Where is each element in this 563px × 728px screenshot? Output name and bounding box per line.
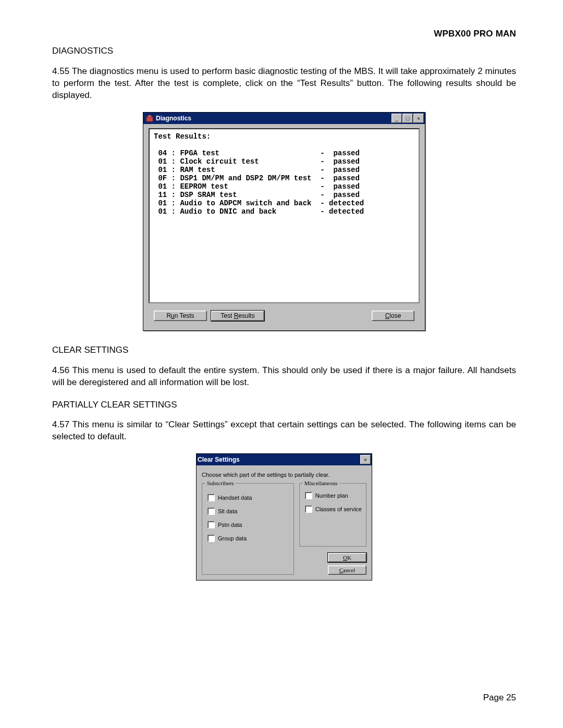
group-data-label: Group data bbox=[218, 535, 247, 541]
clear-settings-paragraph: 4.56 This menu is used to default the en… bbox=[52, 365, 516, 389]
page-number: Page 25 bbox=[483, 692, 516, 704]
maximize-button[interactable]: □ bbox=[402, 114, 413, 123]
cs-close-window-button[interactable]: × bbox=[360, 455, 371, 464]
svg-marker-1 bbox=[146, 115, 153, 117]
ok-button[interactable]: OK bbox=[328, 553, 366, 562]
pstn-data-label: Pstn data bbox=[218, 522, 242, 528]
diagnostics-heading: DIAGNOSTICS bbox=[52, 45, 516, 57]
cos-label: Classes of service bbox=[315, 506, 362, 512]
clear-settings-heading: CLEAR SETTINGS bbox=[52, 344, 516, 356]
test-results-box: Test Results: 04 : FPGA test - passed 01… bbox=[149, 128, 420, 303]
number-plan-checkbox[interactable] bbox=[305, 492, 312, 499]
cos-checkbox[interactable] bbox=[305, 505, 312, 513]
clear-settings-title: Clear Settings bbox=[198, 456, 240, 463]
close-window-button[interactable]: × bbox=[413, 114, 424, 123]
subscribers-group: Subscribers Handset data Slt data Pstn d… bbox=[202, 483, 294, 575]
diagnostics-window: Diagnostics _ □ × Test Results: 04 : FPG… bbox=[143, 112, 425, 331]
app-icon bbox=[145, 114, 154, 122]
svg-rect-0 bbox=[146, 117, 153, 121]
subscribers-legend: Subscribers bbox=[205, 480, 235, 486]
minimize-button[interactable]: _ bbox=[391, 114, 402, 123]
close-button[interactable]: Close bbox=[372, 311, 414, 321]
slt-data-checkbox[interactable] bbox=[207, 508, 215, 515]
handset-data-label: Handset data bbox=[218, 495, 252, 501]
miscellaneous-group: Miscellaneous Number plan Classes of ser… bbox=[299, 483, 366, 547]
clear-settings-titlebar: Clear Settings × bbox=[197, 454, 372, 465]
diagnostics-paragraph: 4.55 The diagnostics menu is used to per… bbox=[52, 66, 516, 102]
cancel-button[interactable]: Cancel bbox=[328, 565, 366, 575]
test-results-button[interactable]: Test Results bbox=[211, 311, 264, 321]
cs-instruction: Choose which part of the settings to par… bbox=[202, 472, 366, 478]
misc-legend: Miscellaneous bbox=[303, 480, 339, 486]
diagnostics-titlebar: Diagnostics _ □ × bbox=[143, 113, 425, 124]
group-data-checkbox[interactable] bbox=[207, 535, 215, 542]
number-plan-label: Number plan bbox=[315, 492, 348, 499]
handset-data-checkbox[interactable] bbox=[207, 494, 215, 501]
page-header: WPBX00 PRO MAN bbox=[52, 28, 516, 40]
partial-clear-heading: PARTIALLY CLEAR SETTINGS bbox=[52, 399, 516, 411]
pstn-data-checkbox[interactable] bbox=[207, 521, 215, 528]
run-tests-button[interactable]: Run Tests bbox=[154, 311, 207, 321]
document-page: WPBX00 PRO MAN DIAGNOSTICS 4.55 The diag… bbox=[0, 0, 563, 728]
diagnostics-title: Diagnostics bbox=[156, 115, 191, 122]
partial-clear-paragraph: 4.57 This menu is similar to “Clear Sett… bbox=[52, 419, 516, 443]
slt-data-label: Slt data bbox=[218, 508, 237, 514]
clear-settings-screenshot: Clear Settings × Choose which part of th… bbox=[52, 453, 516, 581]
clear-settings-window: Clear Settings × Choose which part of th… bbox=[196, 453, 372, 581]
diagnostics-screenshot: Diagnostics _ □ × Test Results: 04 : FPG… bbox=[52, 112, 516, 331]
